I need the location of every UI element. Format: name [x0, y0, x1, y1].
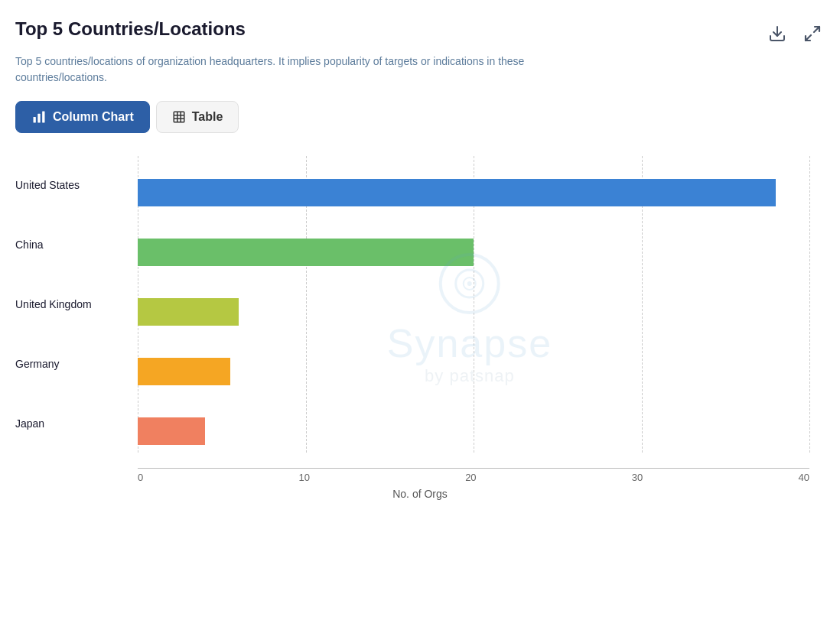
- svg-rect-6: [174, 112, 184, 122]
- download-button[interactable]: [765, 21, 790, 46]
- bar-germany: [138, 358, 230, 385]
- svg-rect-4: [37, 114, 40, 123]
- chart-plot-area: Synapse by patsnap United States China: [15, 156, 825, 483]
- bar-label-us: United States: [15, 179, 80, 191]
- download-icon: [768, 24, 786, 43]
- bar-label-china: China: [15, 239, 44, 251]
- x-tick-20: 20: [465, 472, 476, 483]
- tab-table[interactable]: Table: [156, 101, 239, 133]
- bar-row-china: China: [138, 239, 809, 283]
- svg-rect-3: [34, 117, 36, 123]
- x-axis-title: No. of Orgs: [15, 488, 825, 500]
- fullscreen-button[interactable]: [800, 21, 825, 46]
- x-axis-line: [138, 468, 809, 469]
- bar-japan: [138, 417, 205, 445]
- gridline-40: [809, 156, 810, 453]
- x-tick-30: 30: [632, 472, 643, 483]
- x-tick-10: 10: [298, 472, 309, 483]
- bar-us: [138, 179, 776, 206]
- svg-rect-5: [42, 112, 44, 123]
- header-actions: [765, 18, 825, 46]
- fullscreen-icon: [803, 24, 822, 43]
- bar-label-uk: United Kingdom: [15, 298, 92, 310]
- tab-column-chart[interactable]: Column Chart: [15, 101, 150, 133]
- widget-container: Top 5 Countries/Locations Top 5 countrie: [15, 18, 825, 500]
- table-icon: [172, 110, 186, 124]
- column-chart-icon: [31, 109, 47, 125]
- bars-container: United States China United Kingdom: [138, 156, 809, 462]
- bar-row-germany: Germany: [138, 358, 809, 402]
- bar-label-germany: Germany: [15, 358, 60, 370]
- bar-label-japan: Japan: [15, 417, 44, 430]
- bar-china: [138, 239, 474, 266]
- bar-uk: [138, 298, 239, 326]
- x-axis-ticks: 0 10 20 30 40: [138, 472, 809, 483]
- tab-row: Column Chart Table: [15, 101, 825, 133]
- x-tick-0: 0: [138, 472, 143, 483]
- widget-title: Top 5 Countries/Locations: [15, 18, 246, 40]
- chart-container: Synapse by patsnap United States China: [15, 156, 825, 500]
- header-row: Top 5 Countries/Locations: [15, 18, 825, 46]
- bar-row-us: United States: [138, 179, 809, 223]
- widget-subtitle: Top 5 countries/locations of organizatio…: [15, 54, 551, 86]
- x-tick-40: 40: [799, 472, 809, 483]
- bar-row-uk: United Kingdom: [138, 298, 809, 342]
- bar-row-japan: Japan: [138, 417, 809, 462]
